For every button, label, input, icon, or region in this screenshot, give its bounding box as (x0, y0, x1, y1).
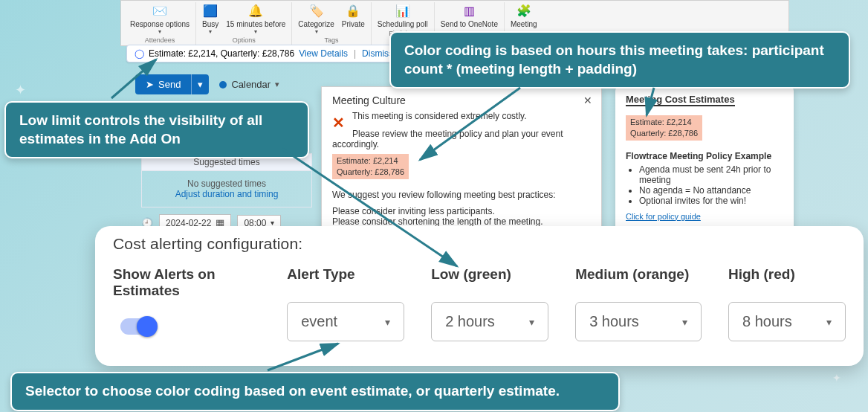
chevron-down-icon: ▾ (385, 316, 390, 328)
dismiss-link[interactable]: Dismiss (362, 48, 393, 59)
high-threshold-select[interactable]: 8 hours ▾ (728, 302, 846, 341)
policy-guide-link[interactable]: Click for policy guide (626, 212, 701, 221)
send-dropdown[interactable]: ▾ (191, 74, 209, 94)
medium-threshold-value: 3 hours (589, 313, 639, 330)
meeting-culture-panel: Meeting Culture ✕ ✕ This meeting is cons… (321, 86, 602, 231)
show-alerts-toggle[interactable] (120, 318, 156, 335)
reminder-button[interactable]: 🔔 15 minutes before ▾ (226, 2, 285, 35)
chevron-down-icon: ▾ (315, 28, 318, 35)
chevron-down-icon: ▾ (158, 28, 161, 35)
reminder-label: 15 minutes before (226, 20, 285, 28)
estimate-badge: Estimate: £2,214 Quarterly: £28,786 (626, 115, 702, 141)
send-to-onenote-label: Send to OneNote (441, 20, 498, 28)
medium-threshold-select[interactable]: 3 hours ▾ (575, 302, 702, 341)
bell-icon: 🔔 (247, 2, 264, 19)
onenote-icon: ▥ (461, 2, 477, 19)
meeting-addon-button[interactable]: 🧩 Meeting (511, 2, 537, 28)
warning-x-icon: ✕ (332, 114, 345, 132)
send-to-onenote-button[interactable]: ▥ Send to OneNote (441, 2, 498, 28)
show-as-busy-button[interactable]: 🟦 Busy ▾ (202, 2, 218, 35)
private-button[interactable]: 🔒 Private (342, 2, 365, 35)
chevron-down-icon: ▾ (529, 316, 534, 328)
send-label: Send (158, 79, 181, 90)
meeting-culture-tip1: Please consider inviting less participan… (332, 206, 591, 216)
separator: | (354, 48, 356, 59)
adjust-duration-link[interactable]: Adjust duration and timing (149, 189, 304, 199)
estimate-line1: Estimate: £2,214 (337, 155, 404, 167)
view-details-link[interactable]: View Details (299, 48, 348, 59)
private-label: Private (342, 20, 365, 28)
scheduling-poll-label: Scheduling poll (378, 20, 428, 28)
estimate-badge: Estimate: £2,214 Quarterly: £28,786 (332, 154, 409, 179)
policy-bullets: Agenda must be sent 24h prior to meeting… (626, 164, 783, 206)
chevron-down-icon: ▾ (682, 316, 687, 328)
meeting-culture-suggest: We suggest you review following meeting … (332, 190, 591, 200)
cost-alerting-config-card: Cost alerting configuration: Show Alerts… (95, 226, 864, 366)
busy-label: Busy (202, 20, 218, 28)
policy-bullet: No agenda = No attandance (639, 185, 783, 196)
policy-subtitle: Flowtrace Meeting Policy Example (626, 151, 783, 161)
scheduling-poll-button[interactable]: 📊 Scheduling poll (378, 2, 428, 28)
callout-low-limit: Low limit controls the visibility of all… (4, 101, 309, 158)
alert-type-label: Alert Type (287, 266, 404, 283)
low-threshold-select[interactable]: 2 hours ▾ (431, 302, 548, 341)
policy-estimate-line1: Estimate: £2,214 (630, 117, 698, 128)
chevron-down-icon: ▾ (209, 28, 212, 35)
categorize-label: Categorize (298, 20, 334, 28)
suggested-times-panel: Suggested times No suggested times Adjus… (141, 153, 312, 207)
low-threshold-value: 2 hours (445, 313, 495, 330)
calendar-color-dot (219, 81, 227, 88)
meeting-culture-line1: This meeting is considered extremely cos… (332, 111, 591, 121)
alert-type-value: event (301, 313, 337, 330)
categorize-button[interactable]: 🏷️ Categorize ▾ (298, 2, 334, 35)
estimate-line2: Quarterly: £28,786 (337, 167, 404, 178)
ribbon-group-label: Tags (325, 35, 339, 45)
policy-panel: Meeting Cost Estimates Estimate: £2,214 … (615, 86, 794, 231)
meeting-culture-line2: Please review the meeting policy and pla… (332, 129, 591, 149)
response-options-label: Response options (130, 20, 190, 28)
callout-selector: Selector to choose color coding based on… (10, 372, 620, 411)
calendar-label: Calendar (231, 79, 271, 90)
estimate-text: Estimate: £2,214, Quarterly: £28,786 (149, 48, 294, 59)
close-icon[interactable]: ✕ (583, 94, 592, 106)
low-threshold-label: Low (green) (431, 266, 548, 283)
estimate-inline-bar: ◯ Estimate: £2,214, Quarterly: £28,786 V… (126, 45, 401, 62)
lock-icon: 🔒 (345, 2, 361, 19)
chevron-down-icon: ▾ (826, 316, 832, 328)
send-icon: ➤ (146, 79, 154, 90)
chevron-down-icon: ▾ (198, 79, 203, 90)
flow-icon: ◯ (135, 48, 144, 59)
ribbon-group-label: Options (233, 35, 256, 45)
meeting-culture-tip2: Please consider shortening the length of… (332, 216, 591, 227)
policy-bullet: Optional invites for the win! (639, 196, 783, 206)
ribbon-group-label: Attendees (145, 35, 175, 45)
busy-icon: 🟦 (202, 2, 218, 19)
mail-reply-icon: ✉️ (152, 2, 168, 19)
response-options-button[interactable]: ✉️ Response options ▾ (130, 2, 190, 35)
calendar-selector[interactable]: Calendar ▾ (219, 79, 279, 90)
no-suggested-times-text: No suggested times (149, 178, 304, 189)
high-threshold-label: High (red) (728, 266, 846, 283)
category-icon: 🏷️ (308, 2, 325, 19)
policy-bullet: Agenda must be sent 24h prior to meeting (639, 164, 783, 185)
show-alerts-label: Show Alerts on Estimates (113, 266, 260, 299)
poll-icon: 📊 (395, 2, 411, 19)
toggle-knob (137, 316, 158, 337)
send-button[interactable]: ➤ Send ▾ (135, 74, 209, 94)
meeting-label: Meeting (511, 20, 537, 28)
chevron-down-icon: ▾ (275, 80, 279, 89)
meeting-culture-title: Meeting Culture (332, 94, 591, 106)
policy-title: Meeting Cost Estimates (626, 94, 735, 106)
chevron-down-icon: ▾ (254, 28, 257, 35)
config-title: Cost alerting configuration: (113, 235, 846, 253)
alert-type-select[interactable]: event ▾ (287, 302, 404, 341)
medium-threshold-label: Medium (orange) (575, 266, 702, 283)
callout-color-coding: Color coding is based on hours this meet… (389, 31, 850, 88)
high-threshold-value: 8 hours (742, 313, 792, 330)
meeting-icon: 🧩 (516, 2, 532, 19)
policy-estimate-line2: Quarterly: £28,786 (630, 128, 698, 139)
